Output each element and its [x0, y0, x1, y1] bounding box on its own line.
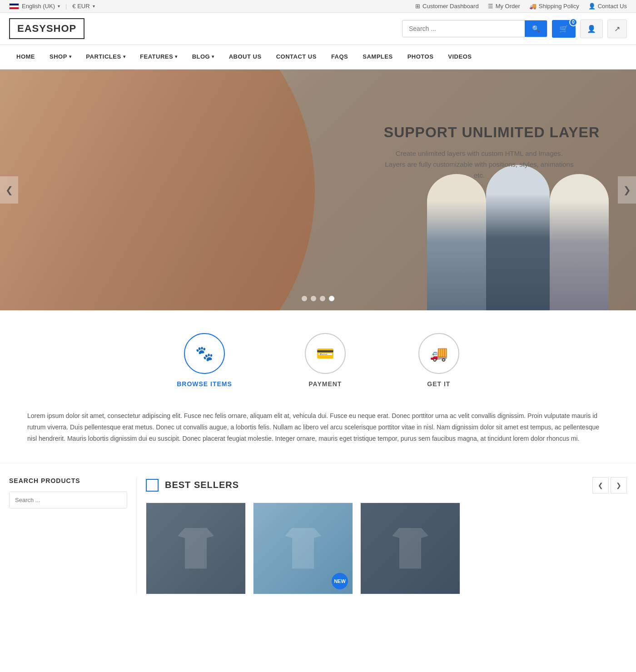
feature-getit[interactable]: 🚚 GET IT — [418, 333, 459, 388]
hero-dot-3[interactable] — [320, 296, 325, 301]
sidebar-title: SEARCH PRODUCTS — [9, 477, 127, 484]
hero-subtitle: Create unlimited layers with custom HTML… — [384, 148, 575, 181]
main-content: BEST SELLERS ❮ ❯ NEW — [136, 477, 627, 594]
nav-samples[interactable]: SAMPLES — [355, 45, 400, 69]
model-figure-3 — [550, 174, 609, 310]
hero-dot-2[interactable] — [311, 296, 316, 301]
hero-content: SUPPORT UNLIMITED LAYER Create unlimited… — [384, 124, 600, 181]
nav-contact[interactable]: CONTACT US — [269, 45, 324, 69]
top-bar: English (UK) ▾ | € EUR ▾ ⊞ Customer Dash… — [0, 0, 636, 13]
shirt-silhouette-2 — [285, 528, 321, 569]
bestsellers-next-button[interactable]: ❯ — [611, 477, 627, 493]
card-icon: 💳 — [316, 345, 334, 362]
header-right: 🔍 🛒 0 👤 ↗ — [402, 20, 627, 38]
nav-videos[interactable]: VIDEOS — [441, 45, 479, 69]
language-arrow[interactable]: ▾ — [58, 4, 60, 9]
truck-icon: 🚚 — [430, 345, 448, 362]
sidebar: SEARCH PRODUCTS — [9, 477, 136, 594]
new-badge: NEW — [332, 573, 348, 589]
flag-icon — [9, 3, 19, 10]
hero-slider: SUPPORT UNLIMITED LAYER Create unlimited… — [0, 70, 636, 310]
dashboard-link[interactable]: ⊞ Customer Dashboard — [415, 3, 479, 10]
nav-particles[interactable]: PARTICLES — [79, 45, 133, 69]
nav-photos[interactable]: PHOTOS — [400, 45, 441, 69]
user-button[interactable]: 👤 — [580, 20, 603, 38]
header: EASYSHOP 🔍 🛒 0 👤 ↗ — [0, 13, 636, 45]
user-icon: 👤 — [587, 25, 596, 33]
hero-dot-1[interactable] — [302, 296, 307, 301]
search-input[interactable] — [402, 20, 525, 37]
hero-prev-button[interactable]: ❮ — [0, 176, 18, 204]
browse-label: BROWSE ITEMS — [177, 380, 232, 388]
browse-circle: 🐾 — [184, 333, 225, 374]
share-button[interactable]: ↗ — [607, 20, 627, 38]
search-box: 🔍 — [402, 20, 547, 37]
product-image-1 — [146, 503, 245, 594]
hero-dot-4[interactable] — [329, 296, 334, 301]
product-image-3 — [361, 503, 460, 594]
features-row: 🐾 BROWSE ITEMS 💳 PAYMENT 🚚 GET IT — [0, 310, 636, 401]
search-button[interactable]: 🔍 — [525, 20, 547, 37]
feature-payment[interactable]: 💳 PAYMENT — [305, 333, 346, 388]
navbar: HOME SHOP PARTICLES FEATURES BLOG ABOUT … — [0, 45, 636, 70]
contact-icon: 👤 — [588, 3, 596, 10]
hero-dots — [302, 296, 334, 301]
product-image-2: NEW — [253, 503, 353, 594]
getit-label: GET IT — [427, 380, 450, 388]
products-grid: NEW — [146, 503, 627, 594]
nav-about[interactable]: ABOUT US — [222, 45, 269, 69]
myorder-link[interactable]: ☰ My Order — [488, 3, 520, 10]
model-figure-2 — [486, 165, 550, 310]
bottom-section: SEARCH PRODUCTS BEST SELLERS ❮ ❯ — [0, 463, 636, 608]
paw-icon: 🐾 — [195, 345, 214, 362]
product-card-2[interactable]: NEW — [253, 503, 353, 594]
nav-blog[interactable]: BLOG — [185, 45, 222, 69]
share-icon: ↗ — [614, 25, 620, 33]
dashboard-icon: ⊞ — [415, 3, 420, 10]
feature-browse[interactable]: 🐾 BROWSE ITEMS — [177, 333, 232, 388]
section-header: BEST SELLERS ❮ ❯ — [146, 477, 627, 493]
section-title-box — [146, 479, 159, 492]
order-icon: ☰ — [488, 3, 493, 10]
language-label[interactable]: English (UK) — [22, 3, 55, 10]
currency-label[interactable]: € EUR — [72, 3, 89, 10]
description-text: Lorem ipsum dolor sit amet, consectetur … — [14, 401, 622, 463]
nav-shop[interactable]: SHOP — [42, 45, 79, 69]
nav-home[interactable]: HOME — [9, 45, 42, 69]
contact-link[interactable]: 👤 Contact Us — [588, 3, 627, 10]
model-figure-1 — [427, 174, 486, 310]
hero-models — [427, 165, 609, 310]
bestsellers-prev-button[interactable]: ❮ — [592, 477, 609, 493]
shirt-silhouette-3 — [392, 528, 428, 569]
shipping-link[interactable]: 🚚 Shipping Policy — [529, 3, 579, 10]
getit-circle: 🚚 — [418, 333, 459, 374]
sidebar-search — [9, 492, 127, 508]
cart-badge: 0 — [569, 18, 577, 26]
hero-title: SUPPORT UNLIMITED LAYER — [384, 124, 600, 141]
hero-next-button[interactable]: ❯ — [618, 176, 636, 204]
logo[interactable]: EASYSHOP — [9, 18, 84, 39]
search-icon: 🔍 — [532, 25, 540, 32]
cart-icon: 🛒 — [559, 25, 568, 33]
shipping-icon: 🚚 — [529, 3, 537, 10]
top-bar-right: ⊞ Customer Dashboard ☰ My Order 🚚 Shippi… — [415, 3, 627, 10]
cart-button[interactable]: 🛒 0 — [552, 20, 576, 38]
product-card-1[interactable] — [146, 503, 246, 594]
nav-faqs[interactable]: FAQS — [324, 45, 355, 69]
product-card-3[interactable] — [360, 503, 460, 594]
section-title-wrapper: BEST SELLERS — [146, 479, 239, 492]
shirt-silhouette-1 — [178, 528, 214, 569]
bestsellers-nav-arrows: ❮ ❯ — [592, 477, 627, 493]
top-bar-left: English (UK) ▾ | € EUR ▾ — [9, 3, 95, 10]
payment-label: PAYMENT — [308, 380, 342, 388]
bestsellers-title: BEST SELLERS — [165, 480, 239, 490]
nav-features[interactable]: FEATURES — [133, 45, 185, 69]
payment-circle: 💳 — [305, 333, 346, 374]
currency-arrow[interactable]: ▾ — [93, 4, 95, 9]
sidebar-search-input[interactable] — [10, 492, 127, 508]
